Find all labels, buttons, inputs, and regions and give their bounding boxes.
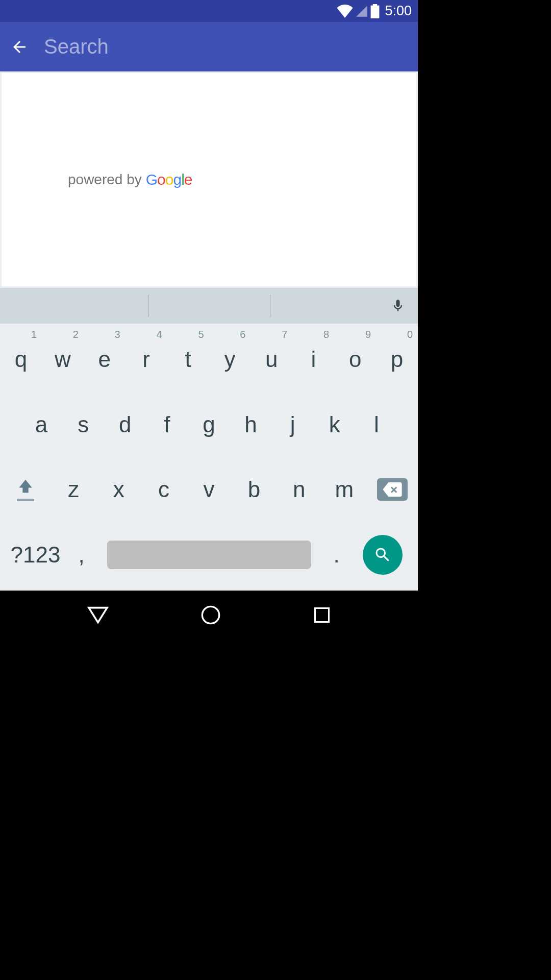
suggestion-divider [148,295,148,317]
search-icon [373,546,392,564]
powered-by-text: powered by [68,172,142,188]
key-z[interactable]: z [51,457,96,523]
suggestion-divider [270,295,270,317]
key-h[interactable]: h [230,392,272,457]
key-s[interactable]: s [62,392,104,457]
key-y[interactable]: y6 [209,327,251,392]
key-i[interactable]: i8 [292,327,334,392]
comma-key[interactable]: , [61,522,102,587]
google-logo: Google [146,171,192,188]
status-time: 5:00 [385,3,412,19]
signal-icon [355,5,368,18]
key-t[interactable]: t5 [167,327,209,392]
shift-key[interactable] [0,478,51,501]
key-c[interactable]: c [141,457,186,523]
powered-by-label: powered by Google [68,87,192,272]
svg-point-0 [203,606,219,623]
key-a[interactable]: a [20,392,62,457]
mic-icon[interactable] [391,297,405,315]
key-k[interactable]: k [314,392,356,457]
key-d[interactable]: d [104,392,146,457]
key-o[interactable]: o9 [334,327,376,392]
key-u[interactable]: u7 [251,327,292,392]
key-v[interactable]: v [186,457,231,523]
status-bar: 5:00 [0,0,418,22]
content-area: powered by Google [0,71,418,288]
keyboard: q1 w2 e3 r4 t5 y6 u7 i8 o9 p0 a s d f g … [0,288,418,591]
key-row-4: ?123 , . [0,522,418,587]
space-key[interactable] [107,541,311,569]
backspace-key[interactable] [367,478,418,501]
key-p[interactable]: p0 [376,327,418,392]
key-row-1: q1 w2 e3 r4 t5 y6 u7 i8 o9 p0 [0,327,418,392]
key-rows: q1 w2 e3 r4 t5 y6 u7 i8 o9 p0 a s d f g … [0,324,418,591]
suggestion-bar [0,288,418,324]
key-row-3: z x c v b n m [0,457,418,523]
key-f[interactable]: f [146,392,188,457]
key-row-2: a s d f g h j k l [0,392,418,457]
key-b[interactable]: b [232,457,277,523]
backspace-icon [382,482,403,497]
key-e[interactable]: e3 [84,327,126,392]
key-x[interactable]: x [96,457,141,523]
wifi-icon [337,5,353,18]
app-bar [0,22,418,71]
back-arrow-icon[interactable] [10,38,29,56]
key-n[interactable]: n [277,457,321,523]
key-q[interactable]: q1 [0,327,42,392]
symbols-key[interactable]: ?123 [10,522,61,587]
key-j[interactable]: j [272,392,314,457]
shift-icon [16,478,35,496]
key-w[interactable]: w2 [42,327,84,392]
results-card: powered by Google [2,73,416,286]
shift-underline [17,499,34,501]
battery-icon [370,4,380,18]
enter-key[interactable] [357,535,408,575]
key-m[interactable]: m [322,457,367,523]
period-key[interactable]: . [316,522,357,587]
nav-home-icon[interactable] [201,605,221,625]
nav-recent-icon[interactable] [313,606,331,624]
key-l[interactable]: l [356,392,397,457]
key-r[interactable]: r4 [126,327,167,392]
navigation-bar [0,591,418,640]
key-g[interactable]: g [188,392,230,457]
search-input[interactable] [44,35,408,58]
svg-rect-1 [315,608,329,622]
nav-back-icon[interactable] [87,606,109,624]
